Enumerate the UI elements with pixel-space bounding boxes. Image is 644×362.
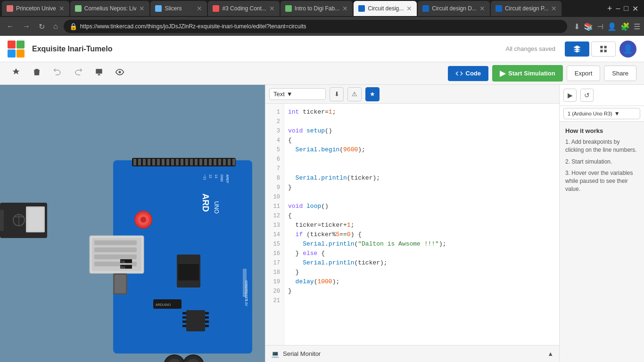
svg-rect-31 xyxy=(199,159,202,165)
line-number[interactable]: 9 xyxy=(265,183,284,192)
svg-rect-3 xyxy=(604,49,607,52)
code-mode-dropdown[interactable]: Text ▼ xyxy=(269,88,326,100)
svg-rect-20 xyxy=(148,159,150,165)
line-number[interactable]: 17 xyxy=(265,258,284,268)
svg-rect-1 xyxy=(604,46,607,48)
browser-chrome: Princeton Unive ✕ Cornelius Nepos: Liv ✕… xyxy=(0,0,644,36)
tab-close-princeton[interactable]: ✕ xyxy=(59,5,65,12)
visibility-button[interactable] xyxy=(111,65,128,82)
tab-close-slicers[interactable]: ✕ xyxy=(197,5,202,12)
debug-code-button[interactable]: ★ xyxy=(365,87,380,101)
profile-icon[interactable]: 👤 xyxy=(607,22,617,31)
svg-rect-50 xyxy=(94,247,137,252)
new-tab-button[interactable]: + xyxy=(603,4,616,14)
line-number[interactable]: 15 xyxy=(265,239,284,249)
tab-princeton[interactable]: Princeton Unive ✕ xyxy=(2,1,69,16)
share-button[interactable]: Share xyxy=(604,66,636,81)
url-box[interactable]: 🔒 https://www.tinkercad.com/things/joJDs… xyxy=(64,20,567,33)
line-number[interactable]: 16 xyxy=(265,249,284,258)
library-icon[interactable]: 📚 xyxy=(584,22,593,31)
view-3d-button[interactable] xyxy=(565,41,589,57)
line-number[interactable]: 6 xyxy=(265,155,284,164)
avatar[interactable]: 👤 xyxy=(619,41,636,58)
line-number[interactable]: 7 xyxy=(265,164,284,173)
upload-code-button[interactable]: ⚠ xyxy=(347,87,362,101)
extensions-icon[interactable]: 🧩 xyxy=(620,22,630,31)
code-content[interactable]: int ticker=1; void setup(){ Serial.begin… xyxy=(284,104,559,345)
delete-tool-button[interactable] xyxy=(28,65,45,82)
reload-button[interactable]: ↻ xyxy=(36,21,48,32)
svg-rect-24 xyxy=(166,159,169,165)
serial-monitor[interactable]: 💻 Serial Monitor ▲ xyxy=(265,345,559,362)
shapes-tool-button[interactable] xyxy=(8,65,25,82)
code-editor[interactable]: 123456789101112131415161718192021 int ti… xyxy=(265,104,559,345)
minimize-button[interactable]: – xyxy=(616,4,620,13)
close-button[interactable]: ✕ xyxy=(632,4,638,13)
step-debug-button[interactable]: ↺ xyxy=(580,89,594,102)
tab-coding[interactable]: #3 Coding Cont... ✕ xyxy=(208,1,279,16)
board-selector[interactable]: 1 (Arduino Uno R3) ▼ xyxy=(563,108,640,119)
forward-button[interactable]: → xyxy=(20,21,33,32)
tab-close-circuit1[interactable]: ✕ xyxy=(406,5,412,12)
tab-close-circuit3[interactable]: ✕ xyxy=(551,5,557,12)
download-icon[interactable]: ⬇ xyxy=(574,22,580,31)
tab-label-slicers: Slicers xyxy=(165,5,194,12)
tab-close-cornelius[interactable]: ✕ xyxy=(139,5,145,12)
code-panel: Text ▼ ⬇ ⚠ ★ 123456789101112131415161718… xyxy=(265,85,559,362)
tinkercad-logo xyxy=(8,41,25,58)
tab-circuit2[interactable]: Circuit design D... ✕ xyxy=(418,1,490,16)
line-number[interactable]: 11 xyxy=(265,202,284,211)
play-debug-button[interactable]: ▶ xyxy=(563,89,577,102)
board-label: 1 (Arduino Uno R3) xyxy=(568,111,612,116)
export-button[interactable]: Export xyxy=(567,66,601,81)
tab-circuit3[interactable]: Circuit design P... ✕ xyxy=(491,1,562,16)
svg-rect-63 xyxy=(205,325,209,327)
start-simulation-button[interactable]: ▶ Start Simulation xyxy=(492,65,563,82)
tab-close-digifab[interactable]: ✕ xyxy=(342,5,348,12)
line-number[interactable]: 12 xyxy=(265,211,284,221)
line-number[interactable]: 2 xyxy=(265,117,284,126)
canvas-area[interactable]: ⤢ ARD UNO xyxy=(0,85,265,362)
tab-slicers[interactable]: Slicers ✕ xyxy=(150,1,207,16)
svg-rect-60 xyxy=(205,312,209,314)
tab-digifab[interactable]: Intro to Digi Fab... ✕ xyxy=(281,1,353,16)
code-line: delay(1000); xyxy=(288,277,559,287)
svg-rect-30 xyxy=(195,159,198,165)
tab-cornelius[interactable]: Cornelius Nepos: Liv ✕ xyxy=(70,1,150,16)
back-button[interactable]: ← xyxy=(4,21,17,32)
line-number[interactable]: 5 xyxy=(265,145,284,155)
line-number[interactable]: 10 xyxy=(265,192,284,202)
redo-button[interactable] xyxy=(70,65,87,82)
download-code-button[interactable]: ⬇ xyxy=(330,87,344,101)
line-number[interactable]: 20 xyxy=(265,287,284,296)
line-number[interactable]: 8 xyxy=(265,173,284,183)
code-line: Serial.begin(9600); xyxy=(288,145,559,155)
maximize-button[interactable]: □ xyxy=(624,4,628,13)
code-line xyxy=(288,164,559,173)
browser-right-icons: ⬇ 📚 ⊣ 👤 🧩 ☰ xyxy=(570,22,640,31)
line-number[interactable]: 18 xyxy=(265,268,284,277)
home-button[interactable]: ⌂ xyxy=(50,21,61,32)
annotate-button[interactable] xyxy=(91,65,107,82)
menu-icon[interactable]: ☰ xyxy=(634,22,640,31)
sidebar-icon[interactable]: ⊣ xyxy=(597,22,603,31)
app-title: Exquisite Inari-Tumelo xyxy=(32,45,505,53)
line-number[interactable]: 21 xyxy=(265,296,284,305)
svg-text:13: 13 xyxy=(215,174,218,178)
line-number[interactable]: 1 xyxy=(265,107,284,117)
tab-close-circuit2[interactable]: ✕ xyxy=(479,5,485,12)
code-toolbar: Text ▼ ⬇ ⚠ ★ xyxy=(265,85,559,104)
code-line: } xyxy=(288,287,559,296)
line-number[interactable]: 3 xyxy=(265,126,284,136)
tab-close-coding[interactable]: ✕ xyxy=(269,5,275,12)
line-number[interactable]: 14 xyxy=(265,230,284,239)
line-number[interactable]: 13 xyxy=(265,221,284,230)
code-button[interactable]: Code xyxy=(448,66,489,81)
tab-circuit1[interactable]: Circuit desig... ✕ xyxy=(354,1,417,16)
app-header: Exquisite Inari-Tumelo All changes saved… xyxy=(0,36,644,62)
undo-button[interactable] xyxy=(49,65,66,82)
line-number[interactable]: 4 xyxy=(265,136,284,145)
schematic-button[interactable] xyxy=(591,41,616,57)
line-number[interactable]: 19 xyxy=(265,277,284,287)
board-chevron-icon: ▼ xyxy=(614,110,620,117)
